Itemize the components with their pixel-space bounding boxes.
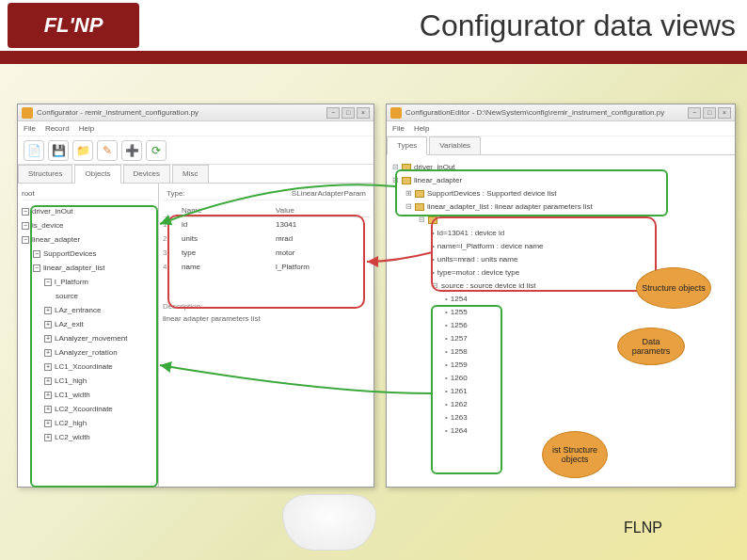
minimize-button[interactable]: − [688,107,701,119]
refresh-icon[interactable]: ⟳ [146,140,167,161]
menu-file[interactable]: File [392,124,405,133]
callout-data: Data parametrs [617,328,685,365]
slide-title: Configurator data views [139,8,747,43]
titlebar: Configurator - remir_instrument_configur… [18,104,374,121]
logo: FL'NP [8,3,139,48]
tab-bar: Types Variables [387,136,735,155]
menu-file[interactable]: File [24,124,36,133]
save-icon[interactable]: 💾 [48,140,69,161]
root-label: root [22,187,154,200]
configurator-window: Configurator - remir_instrument_configur… [17,104,374,488]
tab-types[interactable]: Types [387,136,427,155]
maximize-button[interactable]: □ [342,107,355,119]
param-row[interactable]: 4namel_Platform [163,260,370,274]
add-icon[interactable]: ➕ [121,140,142,161]
minimize-button[interactable]: − [326,107,340,119]
toolbar: 📄 💾 📁 ✎ ➕ ⟳ [18,136,374,165]
object-tree[interactable]: −driver_inOut −is_device −linear_adapter… [22,204,154,444]
details-pane: Type: SLinearAdapterParam Name Value 1id… [159,184,374,487]
tab-objects[interactable]: Objects [74,165,120,184]
tab-variables[interactable]: Variables [429,136,481,154]
open-icon[interactable]: 📁 [72,140,93,161]
object-tree-pane: root −driver_inOut −is_device −linear_ad… [18,184,159,487]
description-label: Description: [163,302,370,311]
close-button[interactable]: × [718,107,731,119]
param-row[interactable]: 2unitsmrad [163,232,370,246]
type-value: SLinearAdapterParam [292,189,366,198]
col-name: Name [182,206,276,215]
window-title: Configurator - remir_instrument_configur… [37,108,323,117]
parameters-table: Name Value 1id13041 2unitsmrad 3typemoto… [163,204,370,274]
red-divider [0,51,747,64]
tab-misc[interactable]: Misc [172,165,208,183]
callout-list: ist Structure objects [542,431,608,478]
tab-bar: Structures Objects Devices Misc [18,165,374,184]
slide-header: FL'NP Configurator data views [0,0,747,51]
type-label: Type: [167,189,185,198]
col-value: Value [276,206,370,215]
description-text: linear adapter parameters list [163,314,370,323]
menubar: File Help [387,121,735,136]
param-row[interactable]: 1id13041 [163,217,370,232]
menu-help[interactable]: Help [79,124,94,133]
mouse-decoration [282,494,376,551]
callout-structure: Structure objects [636,267,711,309]
footer-label: FLNP [624,520,662,536]
tab-structures[interactable]: Structures [18,165,72,183]
menu-record[interactable]: Record [45,124,70,133]
close-button[interactable]: × [357,107,370,119]
menu-help[interactable]: Help [414,124,429,133]
param-row[interactable]: 3typemotor [163,246,370,260]
app-icon [390,107,402,119]
titlebar: ConfigurationEditor - D:\NewSystem\confi… [387,104,735,121]
tool-icon[interactable]: ✎ [97,140,118,161]
window-title: ConfigurationEditor - D:\NewSystem\confi… [405,108,684,117]
tab-devices[interactable]: Devices [123,165,170,183]
maximize-button[interactable]: □ [703,107,716,119]
menubar: File Record Help [18,121,374,136]
new-icon[interactable]: 📄 [24,140,44,161]
app-icon [22,107,33,119]
